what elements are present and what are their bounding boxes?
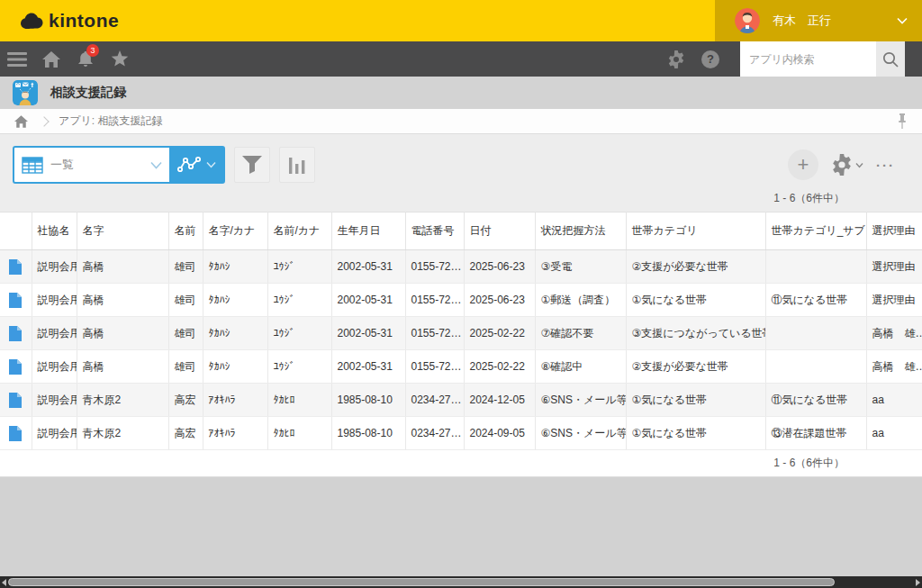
table-cell: 2024-09-05 — [464, 417, 535, 450]
table-cell: ﾕｳｼﾞ — [267, 250, 331, 284]
table-cell: 高橋 — [77, 250, 168, 284]
filter-button[interactable] — [234, 147, 270, 183]
app-settings-button[interactable] — [831, 154, 863, 176]
document-icon[interactable] — [9, 426, 22, 441]
table-cell: 説明会用 — [32, 317, 77, 350]
document-icon[interactable] — [9, 259, 22, 275]
pin-icon[interactable] — [897, 113, 908, 130]
document-icon[interactable] — [9, 393, 22, 408]
scroll-left-arrow-icon[interactable] — [2, 579, 6, 586]
record-count-bottom: 1 - 6（6件中） — [0, 450, 922, 477]
breadcrumb-app-label: アプリ: 相談支援記録 — [59, 113, 163, 129]
table-cell — [765, 250, 866, 284]
help-button[interactable]: ? — [693, 41, 728, 77]
table-row: 説明会用青木原2高宏ｱｵｷﾊﾗﾀｶﾋﾛ1985-08-100234-27…202… — [0, 417, 922, 450]
home-button[interactable] — [34, 41, 68, 77]
table-cell: 高宏 — [168, 417, 203, 450]
document-icon[interactable] — [9, 326, 22, 341]
table-cell: ⑥SNS・メール等 — [535, 417, 626, 450]
table-cell: 1985-08-10 — [331, 417, 405, 450]
table-cell: ③受電 — [535, 250, 626, 284]
user-menu[interactable]: 有木 正行 — [715, 0, 922, 41]
favorites-button[interactable] — [103, 41, 137, 77]
kintone-logo[interactable]: kintone — [0, 10, 119, 32]
gear-icon — [831, 154, 853, 176]
table-cell: 高橋 — [77, 350, 168, 384]
column-header: 社協名 — [32, 213, 77, 250]
column-header: 名前 — [168, 213, 203, 250]
app-header: 相談支援記録 — [0, 77, 922, 109]
column-header: 選択理由 — [866, 213, 922, 250]
table-body: 説明会用高橋雄司ﾀｶﾊｼﾕｳｼﾞ2002-05-310155-72…2025-0… — [0, 250, 922, 450]
table-cell: 高橋 — [77, 284, 168, 317]
table-header-row: 社協名名字名前名字/カナ名前/カナ生年月日電話番号日付状況把握方法世帯カテゴリ世… — [0, 213, 922, 250]
table-cell: ｱｵｷﾊﾗ — [203, 417, 267, 450]
table-cell — [765, 317, 866, 350]
table-row: 説明会用高橋雄司ﾀｶﾊｼﾕｳｼﾞ2002-05-310155-72…2025-0… — [0, 317, 922, 350]
kintone-window: kintone 有木 正行 — [0, 0, 922, 588]
table-cell: 0155-72… — [405, 250, 464, 284]
record-table: 社協名名字名前名字/カナ名前/カナ生年月日電話番号日付状況把握方法世帯カテゴリ世… — [0, 212, 922, 450]
document-icon[interactable] — [9, 293, 22, 308]
record-table-wrap: 社協名名字名前名字/カナ名前/カナ生年月日電話番号日付状況把握方法世帯カテゴリ世… — [0, 212, 922, 450]
view-name: 一覧 — [50, 157, 150, 173]
more-options-button[interactable]: ··· — [876, 158, 895, 173]
chart-button[interactable] — [279, 147, 315, 183]
table-cell: 雄司 — [168, 250, 203, 284]
graph-view-button[interactable] — [169, 148, 223, 182]
table-row: 説明会用高橋雄司ﾀｶﾊｼﾕｳｼﾞ2002-05-310155-72…2025-0… — [0, 350, 922, 384]
table-cell: 説明会用 — [32, 417, 77, 450]
table-cell: ⑥SNS・メール等 — [535, 384, 626, 417]
scroll-right-arrow-icon[interactable] — [916, 579, 920, 586]
column-header: 世帯カテゴリ — [626, 213, 765, 250]
settings-gear-button[interactable] — [659, 41, 693, 77]
table-cell: 2002-05-31 — [331, 317, 405, 350]
horizontal-scrollbar-thumb[interactable] — [8, 578, 835, 586]
table-cell: ①気になる世帯 — [626, 417, 765, 450]
table-cell: ⑪気になる世帯 — [765, 284, 866, 317]
table-cell: 0234-27… — [405, 417, 464, 450]
view-dropdown[interactable]: 一覧 — [14, 148, 169, 182]
table-cell: ⑬潜在課題世帯 — [765, 417, 866, 450]
user-name: 有木 正行 — [773, 13, 831, 29]
column-header: 日付 — [464, 213, 535, 250]
horizontal-scrollbar[interactable] — [0, 576, 922, 588]
search-button[interactable] — [876, 41, 905, 77]
table-row: 説明会用高橋雄司ﾀｶﾊｼﾕｳｼﾞ2002-05-310155-72…2025-0… — [0, 284, 922, 317]
column-header: 状況把握方法 — [535, 213, 626, 250]
hamburger-menu-button[interactable] — [0, 41, 34, 77]
navbar: 3 ? — [0, 41, 922, 77]
table-cell: 高橋 雄… — [866, 350, 922, 384]
table-cell: aa — [866, 417, 922, 450]
view-selector: 一覧 — [13, 146, 225, 184]
search-input[interactable] — [740, 41, 876, 77]
column-header: 名字 — [77, 213, 168, 250]
table-cell: 説明会用 — [32, 350, 77, 384]
table-cell: ①郵送（調査） — [535, 284, 626, 317]
home-icon[interactable] — [14, 115, 28, 128]
table-cell: ﾕｳｼﾞ — [267, 284, 331, 317]
chevron-down-icon — [206, 161, 216, 168]
table-cell: 1985-08-10 — [331, 384, 405, 417]
content-filler — [0, 477, 922, 576]
table-cell: 0155-72… — [405, 350, 464, 384]
table-cell: 2024-12-05 — [464, 384, 535, 417]
document-icon[interactable] — [9, 359, 22, 375]
chevron-down-icon — [150, 161, 162, 169]
table-cell: 選択理由 — [866, 250, 922, 284]
topbar: kintone 有木 正行 — [0, 0, 922, 41]
table-cell: ﾕｳｼﾞ — [267, 350, 331, 384]
table-grid-icon — [22, 157, 43, 174]
column-header — [0, 213, 32, 250]
table-cell: 高橋 — [77, 317, 168, 350]
table-cell: 2025-06-23 — [464, 250, 535, 284]
table-cell: 高宏 — [168, 384, 203, 417]
table-cell: ﾕｳｼﾞ — [267, 317, 331, 350]
add-record-button[interactable]: + — [788, 149, 818, 180]
notifications-button[interactable]: 3 — [68, 41, 103, 77]
table-cell: 2025-02-22 — [464, 317, 535, 350]
chevron-down-icon — [855, 162, 863, 168]
table-cell: ⑪気になる世帯 — [765, 384, 866, 417]
bar-chart-icon — [289, 156, 305, 174]
app-search — [740, 41, 905, 77]
